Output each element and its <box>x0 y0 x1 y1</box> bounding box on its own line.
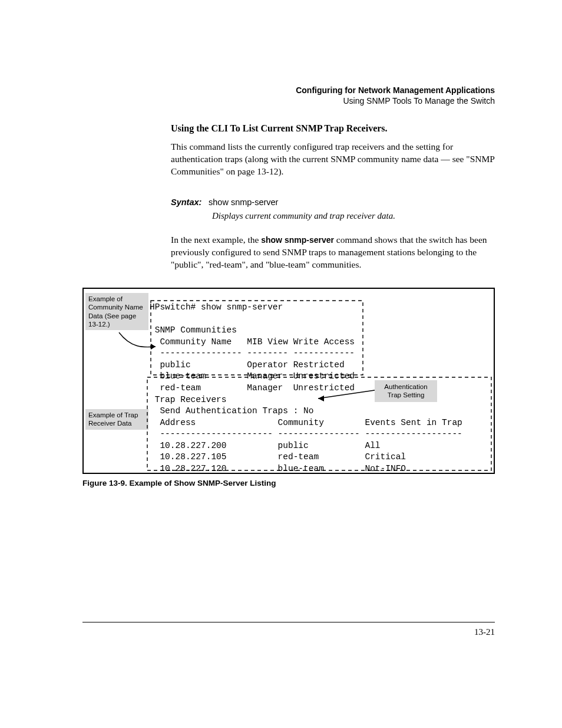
running-header-subtitle: Using SNMP Tools To Manage the Switch <box>82 96 495 106</box>
term-sec1-title: SNMP Communities <box>150 325 237 335</box>
term-sec2-auth: Send Authentication Traps : No <box>150 406 313 416</box>
term-sec1-sep: ---------------- -------- ------------ <box>150 348 355 358</box>
page-number: 13-21 <box>82 627 495 637</box>
section-heading: Using the CLI To List Current SNMP Trap … <box>171 123 501 134</box>
para-text-a: In the next example, the <box>171 235 261 245</box>
term-sec2-title: Trap Receivers <box>150 395 227 404</box>
term-sec2-sep: ---------------------- ---------------- … <box>150 429 462 439</box>
syntax-label: Syntax: <box>171 197 206 207</box>
callout-auth-trap: Authentication Trap Setting <box>375 380 437 402</box>
example-paragraph: In the next example, the show snmp-serve… <box>171 234 501 271</box>
term-sec1-r3: red-team Manager Unrestricted <box>150 383 355 393</box>
term-sec1-r2: blue-team Manager Unrestricted <box>150 371 355 381</box>
callout-trap-receiver: Example of Trap Receiver Data <box>85 409 148 430</box>
para-bold-cmd: show snmp-server <box>261 235 334 245</box>
running-header-title: Configuring for Network Management Appli… <box>82 85 495 95</box>
intro-paragraph: This command lists the currently configu… <box>171 141 501 178</box>
term-sec2-hdr: Address Community Events Sent in Trap <box>150 418 462 427</box>
term-sec2-r1: 10.28.227.200 public All <box>150 441 381 450</box>
syntax-row: Syntax: show snmp-server <box>171 197 501 207</box>
term-sec2-r3: 10.28.227.120 blue-team Not-INFO <box>150 464 406 473</box>
syntax-description: Displays current community and trap rece… <box>212 211 501 221</box>
figure-terminal: HPswitch# show snmp-server SNMP Communit… <box>82 288 495 474</box>
callout-community-data: Example of Community Name Data (See page… <box>85 293 148 331</box>
syntax-command: show snmp-server <box>209 197 278 207</box>
term-sec1-r1: public Operator Restricted <box>150 360 345 370</box>
footer-rule <box>82 622 495 622</box>
term-prompt: HPswitch# show snmp-server <box>150 302 283 312</box>
term-sec2-r2: 10.28.227.105 red-team Critical <box>150 452 406 462</box>
term-sec1-hdr: Community Name MIB View Write Access <box>150 337 355 347</box>
